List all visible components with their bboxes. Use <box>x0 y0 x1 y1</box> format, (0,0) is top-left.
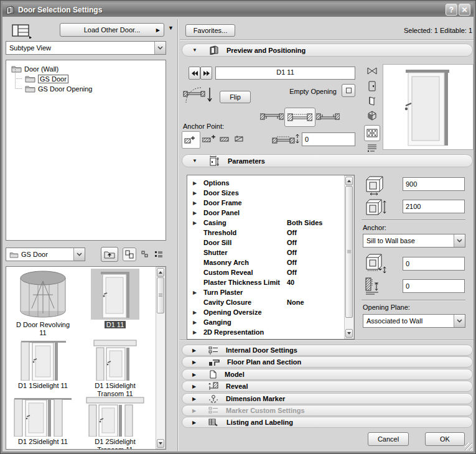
door-height-input[interactable] <box>403 200 465 213</box>
scroll-up-icon[interactable] <box>345 177 353 185</box>
parameter-list[interactable]: ▶Options ▶Door Sizes ▶Door Frame ▶Door P… <box>187 175 355 340</box>
view-small-icons-button[interactable] <box>138 248 152 261</box>
flip-button[interactable]: Flip <box>220 91 251 103</box>
library-folder-combo[interactable]: GS Door <box>6 248 85 261</box>
expand-icon[interactable]: ▶ <box>193 200 197 206</box>
chevron-down-icon[interactable] <box>154 42 166 54</box>
title-bar[interactable]: Door Selection Settings ? ✕ <box>2 2 474 17</box>
list-item[interactable]: D1 1Sidelight 11 <box>7 338 78 390</box>
preview-mode-plan-icon[interactable] <box>366 66 378 76</box>
anchor-point-left-icon[interactable] <box>182 131 200 149</box>
param-row[interactable]: Plaster Thickness Limit40 <box>187 277 354 287</box>
tree-item-gs-door-opening[interactable]: GS Door Opening <box>25 84 92 93</box>
expand-icon[interactable]: ▶ <box>193 320 197 325</box>
param-row[interactable]: ShutterOff <box>187 248 354 257</box>
thumbnail-scrollbar[interactable] <box>156 267 166 449</box>
section-internal-door-settings[interactable]: ▶ Internal Door Settings <box>182 345 473 356</box>
param-row[interactable]: ▶Door Sizes <box>187 188 354 198</box>
param-row[interactable]: Door SillOff <box>187 238 354 248</box>
header-offset-input[interactable] <box>403 279 465 293</box>
expand-icon[interactable]: ▶ <box>193 180 197 186</box>
tree-connector <box>15 69 22 89</box>
param-row[interactable]: ▶2D Representation <box>187 327 354 337</box>
section-floor-plan-and-section[interactable]: ▶ Floor Plan and Section <box>182 356 473 368</box>
param-row[interactable]: ThresholdOff <box>187 228 354 238</box>
chevron-down-icon[interactable] <box>73 248 85 261</box>
param-row[interactable]: ▶Door Panel <box>187 208 354 218</box>
resize-grip[interactable] <box>465 443 472 450</box>
anchor-combo[interactable]: Sill to Wall base <box>363 234 465 248</box>
preview-mode-elevation-icon[interactable] <box>367 81 377 91</box>
sill-offset-input[interactable] <box>302 132 355 146</box>
next-item-button[interactable] <box>200 67 212 80</box>
menu-arrow-icon: ▶ <box>156 27 160 33</box>
param-row[interactable]: ▶CasingBoth Sides <box>187 218 354 228</box>
folder-icon <box>25 85 35 93</box>
expand-icon[interactable]: ▶ <box>193 330 197 335</box>
opening-plane-combo[interactable]: Associated to Wall <box>363 314 465 328</box>
section-reveal[interactable]: ▶ Reveal <box>182 381 473 392</box>
subtype-view-combo[interactable]: Subtype View <box>6 41 166 55</box>
param-row[interactable]: ▶Options <box>187 178 354 188</box>
param-row[interactable]: Custom RevealOff <box>187 267 354 277</box>
view-large-icons-button[interactable] <box>123 248 136 261</box>
library-thumbnail-list[interactable]: D Door Revolving 11 D1 11 <box>6 266 166 450</box>
section-parameters[interactable]: ▼ Parameters <box>182 154 473 167</box>
ok-button[interactable]: OK <box>425 432 465 446</box>
door-width-input[interactable] <box>403 177 465 191</box>
sill-to-base-input[interactable] <box>403 257 465 271</box>
close-button[interactable]: ✕ <box>459 4 470 16</box>
parameter-scrollbar[interactable] <box>344 175 354 339</box>
expand-icon[interactable]: ▶ <box>193 220 197 226</box>
param-row[interactable]: ▶Door Frame <box>187 198 354 208</box>
wall-position-center-icon[interactable] <box>284 108 315 127</box>
scroll-down-icon[interactable] <box>157 439 164 448</box>
help-button[interactable]: ? <box>446 4 457 16</box>
anchor-point-center-icon[interactable] <box>202 134 217 144</box>
param-row[interactable]: ▶Opening Oversize <box>187 307 354 317</box>
wall-position-inner-icon[interactable] <box>316 111 340 124</box>
cancel-button[interactable]: Cancel <box>368 432 409 446</box>
param-row[interactable]: ▶Ganging <box>187 317 354 327</box>
wall-position-outer-icon[interactable] <box>260 111 284 124</box>
list-item[interactable]: D1 1Sidelight Transom 11 <box>80 338 151 398</box>
chevron-down-icon[interactable] <box>454 234 465 247</box>
list-item[interactable]: D Door Revolving 11 <box>7 269 78 337</box>
section-dimension-marker[interactable]: ▶ Dimension Marker <box>182 393 473 404</box>
scrollbar-thumb[interactable] <box>345 186 353 318</box>
view-details-button[interactable] <box>152 248 166 261</box>
scroll-down-icon[interactable] <box>345 329 353 338</box>
expand-icon[interactable]: ▶ <box>193 190 197 196</box>
expand-icon[interactable]: ▶ <box>193 310 197 315</box>
param-row[interactable]: Masonry ArchOff <box>187 257 354 267</box>
param-row[interactable]: ▶Turn Plaster <box>187 287 354 297</box>
door-preview-image <box>383 64 474 150</box>
scroll-up-icon[interactable] <box>157 268 164 277</box>
section-listing-and-labeling[interactable]: ▶ Listing and Labeling <box>182 417 473 428</box>
expand-icon[interactable]: ▶ <box>193 210 197 216</box>
anchor-point-right-icon[interactable] <box>220 136 230 143</box>
dialog-view-options-button[interactable] <box>11 23 33 39</box>
section-preview-positioning[interactable]: ▼ Preview and Positioning <box>182 44 473 57</box>
tree-item-gs-door[interactable]: GS Door <box>25 74 68 83</box>
favorites-button[interactable]: Favorites... <box>185 24 235 37</box>
preview-mode-3d-door-icon[interactable] <box>367 96 376 106</box>
load-other-door-button[interactable]: Load Other Door... ▶ <box>60 23 164 37</box>
list-item[interactable]: D1 2Sidelight 11 <box>7 396 78 446</box>
expand-icon[interactable]: ▶ <box>193 290 197 295</box>
preview-mode-3d-view-icon[interactable] <box>367 111 377 121</box>
chevron-down-icon[interactable] <box>454 315 465 327</box>
list-item[interactable]: D1 2Sidelight Transom 11 <box>80 396 151 450</box>
section-model[interactable]: ▶ Model <box>182 369 473 380</box>
param-row[interactable]: Cavity ClosureNone <box>187 297 354 307</box>
subtype-tree[interactable]: Door (Wall) GS Door GS Door Opening <box>6 60 166 241</box>
scrollbar-thumb[interactable] <box>157 277 164 313</box>
list-item-selected[interactable]: D1 11 <box>80 269 151 329</box>
preview-mode-info-icon[interactable] <box>366 144 378 152</box>
collapse-left-panel-icon[interactable]: ▼ <box>168 25 174 31</box>
empty-opening-checkbox[interactable] <box>342 84 355 97</box>
previous-item-button[interactable] <box>189 67 200 80</box>
up-one-level-button[interactable] <box>101 247 118 262</box>
preview-mode-picture-icon[interactable] <box>364 125 380 141</box>
anchor-point-free-icon[interactable] <box>234 134 245 143</box>
